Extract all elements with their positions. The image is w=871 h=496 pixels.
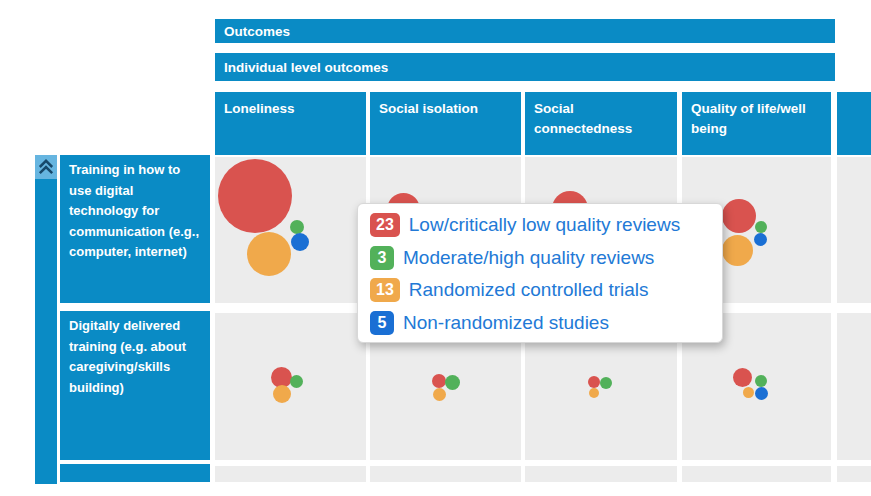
bubble-randomized-controlled-trials[interactable] (247, 232, 291, 276)
bubble-moderate-high-quality-reviews[interactable] (445, 375, 460, 390)
grid-cell-r0-c4[interactable] (837, 157, 871, 303)
grid-cell-r1-c4[interactable] (837, 313, 871, 460)
grid-cell-r1-c0[interactable] (215, 313, 366, 460)
column-header-loneliness: Loneliness (215, 92, 366, 155)
bubble-moderate-high-quality-reviews[interactable] (290, 375, 303, 388)
bubble-low-critically-low-quality-reviews[interactable] (588, 376, 600, 388)
tooltip-item-non-randomized-studies: 5Non-randomized studies (370, 307, 710, 340)
column-subgroup-label: Individual level outcomes (224, 60, 388, 75)
bubble-non-randomized-studies[interactable] (755, 387, 768, 400)
tooltip-item-randomized-controlled-trials: 13Randomized controlled trials (370, 274, 710, 307)
grid-cell-r2-c0[interactable] (215, 466, 366, 482)
bubble-low-critically-low-quality-reviews[interactable] (722, 199, 756, 233)
column-header-social-isolation: Social isolation (370, 92, 521, 155)
collapse-row-group-button[interactable] (35, 155, 57, 179)
tooltip-count-badge: 3 (370, 246, 394, 270)
column-header-social-connectedness: Social connectedness (525, 92, 677, 155)
bubble-low-critically-low-quality-reviews[interactable] (218, 159, 292, 233)
bubble-randomized-controlled-trials[interactable] (433, 388, 446, 401)
evidence-gap-map: Outcomes Individual level outcomes Lonel… (0, 0, 871, 496)
bubble-moderate-high-quality-reviews[interactable] (600, 377, 612, 389)
chevron-double-up-icon (37, 158, 55, 176)
tooltip-item-label[interactable]: Low/critically low quality reviews (409, 214, 680, 236)
tooltip-count-badge: 23 (370, 213, 400, 237)
row-group-strip (35, 155, 57, 484)
grid-cell-r2-c4[interactable] (837, 466, 871, 482)
bubble-low-critically-low-quality-reviews[interactable] (432, 374, 446, 388)
row-header-training-in-how-to-use-digital-technolog: Training in how to use digital technolog… (60, 155, 210, 303)
grid-cell-r2-c3[interactable] (682, 466, 831, 482)
bubble-non-randomized-studies[interactable] (291, 233, 309, 251)
bubble-randomized-controlled-trials[interactable] (273, 385, 291, 403)
bubble-non-randomized-studies[interactable] (754, 233, 767, 246)
bubble-randomized-controlled-trials[interactable] (589, 388, 599, 398)
row-header-clipped (60, 464, 210, 482)
column-header-quality-of-life-well-being: Quality of life/well being (682, 92, 831, 155)
tooltip-count-badge: 13 (370, 278, 400, 302)
bubble-moderate-high-quality-reviews[interactable] (290, 220, 304, 234)
tooltip-item-label[interactable]: Non-randomized studies (403, 312, 609, 334)
cell-tooltip: 23Low/critically low quality reviews3Mod… (357, 203, 723, 343)
tooltip-item-moderate-high-quality-reviews: 3Moderate/high quality reviews (370, 242, 710, 275)
bubble-randomized-controlled-trials[interactable] (743, 387, 754, 398)
bubble-moderate-high-quality-reviews[interactable] (755, 375, 767, 387)
row-header-digitally-delivered-training-e-g-about-c: Digitally delivered training (e.g. about… (60, 311, 210, 460)
grid-cell-r2-c1[interactable] (370, 466, 521, 482)
grid-cell-r2-c2[interactable] (525, 466, 677, 482)
column-subgroup-header-individual-level-outcomes: Individual level outcomes (215, 53, 835, 81)
tooltip-item-label[interactable]: Randomized controlled trials (409, 279, 649, 301)
bubble-low-critically-low-quality-reviews[interactable] (733, 368, 752, 387)
tooltip-item-low-critically-low-quality-reviews: 23Low/critically low quality reviews (370, 209, 710, 242)
tooltip-count-badge: 5 (370, 311, 394, 335)
column-group-label: Outcomes (224, 24, 290, 39)
bubble-moderate-high-quality-reviews[interactable] (755, 221, 767, 233)
tooltip-item-label[interactable]: Moderate/high quality reviews (403, 247, 654, 269)
column-header-clipped (837, 92, 871, 155)
column-group-header-outcomes: Outcomes (215, 19, 835, 43)
bubble-randomized-controlled-trials[interactable] (722, 235, 753, 266)
